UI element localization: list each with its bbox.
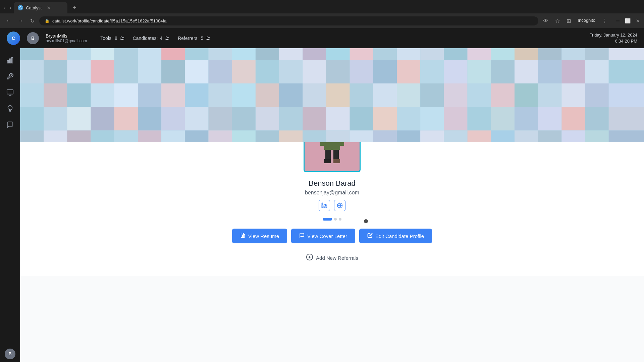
svg-rect-125 <box>350 107 373 130</box>
svg-rect-111 <box>20 107 44 130</box>
add-referral-icon <box>306 253 313 262</box>
sidebar-user-avatar[interactable]: B <box>5 349 15 359</box>
candidate-name: Benson Barad <box>309 179 355 188</box>
svg-rect-94 <box>232 83 256 107</box>
svg-rect-58 <box>609 48 644 60</box>
svg-rect-201 <box>324 159 331 163</box>
new-tab-button[interactable]: + <box>70 4 79 11</box>
sidebar-item-cards[interactable] <box>3 86 17 99</box>
active-tab[interactable]: C Catalyst ✕ <box>14 2 67 13</box>
svg-rect-104 <box>468 83 491 107</box>
tab-favicon: C <box>18 5 23 10</box>
current-time: 6:34:20 PM <box>589 38 637 44</box>
svg-rect-159 <box>538 130 561 142</box>
svg-rect-133 <box>538 107 561 130</box>
svg-rect-68 <box>232 60 256 83</box>
address-bar[interactable]: 🔒 catalist.work/profile/candidate/65a115… <box>39 16 538 25</box>
sidebar-item-analytics[interactable] <box>3 54 17 67</box>
svg-rect-56 <box>561 48 585 60</box>
website-link[interactable] <box>334 200 345 211</box>
linkedin-link[interactable] <box>319 200 330 211</box>
svg-rect-57 <box>585 48 609 60</box>
svg-rect-35 <box>67 48 91 60</box>
back-button[interactable]: ← <box>4 16 13 25</box>
edit-candidate-profile-button[interactable]: Edit Candidate Profile <box>359 229 432 243</box>
tab-close-icon[interactable]: ✕ <box>47 5 51 10</box>
candidates-icon: 🗂 <box>164 35 170 41</box>
svg-rect-84 <box>609 60 644 83</box>
svg-rect-89 <box>114 83 138 107</box>
sidebar-item-tools[interactable] <box>3 70 17 83</box>
refresh-button[interactable]: ↻ <box>28 16 37 25</box>
svg-rect-98 <box>326 83 350 107</box>
svg-rect-121 <box>256 107 279 130</box>
svg-rect-108 <box>561 83 585 107</box>
svg-rect-122 <box>279 107 303 130</box>
svg-rect-0 <box>7 60 9 63</box>
sidebar-item-chat[interactable] <box>3 118 17 131</box>
edit-icon <box>367 233 373 239</box>
svg-rect-158 <box>515 130 538 142</box>
svg-rect-2 <box>12 58 13 63</box>
close-button[interactable]: ✕ <box>636 18 640 23</box>
view-resume-button[interactable]: View Resume <box>232 229 287 243</box>
svg-rect-49 <box>397 48 420 60</box>
candidate-email: bensonjay@gmail.com <box>305 190 359 196</box>
tools-label: Tools: <box>100 36 113 41</box>
svg-rect-107 <box>538 83 561 107</box>
svg-rect-117 <box>161 107 185 130</box>
user-name: BryanMills <box>46 33 87 39</box>
svg-point-204 <box>322 203 323 204</box>
add-new-referrals-button[interactable]: Add New Referrals <box>306 253 358 262</box>
svg-rect-90 <box>138 83 161 107</box>
svg-rect-131 <box>491 107 515 130</box>
svg-rect-86 <box>44 83 67 107</box>
svg-rect-72 <box>326 60 350 83</box>
svg-rect-79 <box>491 60 515 83</box>
svg-rect-119 <box>209 107 232 130</box>
svg-rect-115 <box>114 107 138 130</box>
tab-nav-next[interactable]: › <box>8 4 13 12</box>
svg-rect-51 <box>444 48 467 60</box>
svg-rect-147 <box>256 130 279 142</box>
svg-rect-113 <box>67 107 91 130</box>
split-view-icon[interactable]: ⊞ <box>565 16 573 25</box>
svg-rect-83 <box>585 60 609 83</box>
svg-rect-91 <box>161 83 185 107</box>
svg-rect-120 <box>232 107 256 130</box>
view-cover-letter-button[interactable]: View Cover Letter <box>291 229 355 243</box>
svg-rect-112 <box>44 107 67 130</box>
app-logo[interactable]: C <box>7 32 20 45</box>
svg-rect-61 <box>67 60 91 83</box>
svg-rect-144 <box>185 130 208 142</box>
lock-icon: 🔒 <box>45 18 50 23</box>
svg-rect-106 <box>515 83 538 107</box>
tab-nav-prev[interactable]: ‹ <box>3 4 7 12</box>
svg-rect-41 <box>209 48 232 60</box>
svg-rect-3 <box>7 90 13 94</box>
svg-rect-71 <box>303 60 326 83</box>
svg-rect-46 <box>326 48 350 60</box>
svg-rect-81 <box>538 60 561 83</box>
star-icon[interactable]: ☆ <box>553 16 562 25</box>
svg-rect-154 <box>420 130 444 142</box>
menu-icon[interactable]: ⋮ <box>600 16 609 25</box>
svg-rect-67 <box>209 60 232 83</box>
svg-rect-102 <box>420 83 444 107</box>
forward-button[interactable]: → <box>16 16 25 25</box>
svg-rect-88 <box>91 83 114 107</box>
resume-icon <box>240 233 246 239</box>
svg-rect-129 <box>444 107 467 130</box>
svg-rect-87 <box>67 83 91 107</box>
svg-rect-92 <box>185 83 208 107</box>
svg-rect-65 <box>161 60 185 83</box>
svg-rect-150 <box>326 130 350 142</box>
svg-rect-39 <box>161 48 185 60</box>
referrers-label: Referrers: <box>178 36 199 41</box>
sidebar-item-lightbulb[interactable] <box>3 102 17 115</box>
minimize-button[interactable]: ─ <box>616 18 620 23</box>
svg-rect-116 <box>138 107 161 130</box>
svg-rect-93 <box>209 83 232 107</box>
svg-rect-33 <box>20 48 44 60</box>
maximize-button[interactable]: ⬜ <box>625 18 631 23</box>
